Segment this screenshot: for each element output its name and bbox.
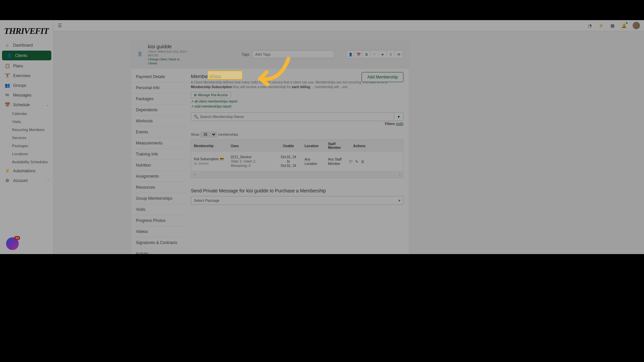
- tab-videos[interactable]: Videos: [131, 226, 185, 237]
- client-links: Change Client / Back to Clients: [148, 58, 189, 65]
- tab-workouts[interactable]: Workouts: [131, 116, 185, 127]
- nav-label: Groups: [13, 83, 26, 88]
- calendar-action-icon[interactable]: 📅: [355, 50, 363, 58]
- membership-search-input[interactable]: [191, 112, 394, 121]
- chat-badge: 33: [14, 236, 20, 240]
- all-memberships-report-link[interactable]: ↗ all client memberships report: [191, 100, 404, 103]
- pager-next[interactable]: ›: [399, 172, 400, 176]
- membership-name: Kisi Subscription: [194, 157, 219, 161]
- tab-activity[interactable]: Activity: [131, 248, 185, 254]
- search-icon: 🔍: [194, 114, 199, 119]
- nav-label: Account: [13, 178, 28, 183]
- filters-edit-link[interactable]: (edit): [396, 122, 404, 126]
- clipboard-icon: 📋: [5, 63, 10, 68]
- tags-label: Tags:: [241, 52, 250, 56]
- tab-group-memberships[interactable]: Group Memberships: [131, 193, 185, 204]
- manage-kisi-button[interactable]: ✿ Manage Kisi Access: [191, 92, 231, 98]
- file-action-icon[interactable]: 🗎: [363, 50, 371, 58]
- col-uses: Uses: [228, 142, 275, 150]
- nav-clients[interactable]: 👤 Clients: [2, 51, 51, 60]
- col-location: Location: [302, 142, 325, 150]
- send-message-title: Send Private Message for kisi guidde to …: [191, 188, 404, 193]
- nav-sub-availability[interactable]: Availability Schedules: [0, 158, 53, 166]
- nav-sub-calendar[interactable]: Calendar: [0, 110, 53, 118]
- tab-visits[interactable]: Visits: [131, 204, 185, 215]
- tab-progress-photos[interactable]: Progress Photos: [131, 215, 185, 226]
- nav-sub-visits[interactable]: Visits: [0, 118, 53, 126]
- tab-personal-info[interactable]: Personal Info: [131, 82, 185, 94]
- change-client-link[interactable]: Change Client: [148, 58, 167, 61]
- bell-icon[interactable]: 🔔: [621, 23, 627, 28]
- client-side-tabs: Payment Details Personal Info Packages D…: [131, 69, 185, 254]
- nav-plans[interactable]: 📋 Plans: [0, 61, 53, 71]
- show-select[interactable]: 25: [201, 132, 217, 137]
- tab-signatures[interactable]: Signatures & Contracts: [131, 237, 185, 248]
- row-staff: Any Staff Member: [325, 154, 351, 169]
- nav-groups[interactable]: 👥 Groups: [0, 80, 53, 90]
- header-actions: 👤 📅 🗎 ♡ ★ ⇪ ✉: [346, 50, 403, 58]
- user-icon: 👤: [7, 53, 12, 58]
- nav-sub-recurring[interactable]: Recurring Members: [0, 126, 53, 134]
- gear-icon: ✿: [194, 93, 197, 97]
- person-action-icon[interactable]: 👤: [346, 50, 355, 58]
- calendar-icon: 📅: [5, 102, 10, 107]
- nav-schedule[interactable]: 📅 Schedule ⌄: [0, 100, 53, 110]
- col-staff: Staff Member: [325, 140, 351, 152]
- memberships-panel: Add Membership Memberships A Client Memb…: [185, 69, 409, 254]
- tab-events[interactable]: Events: [131, 127, 185, 138]
- table-row: Kisi Subscription 💳 ID: 269040 0121_Serv…: [191, 152, 403, 171]
- show-pre: Show: [191, 133, 199, 136]
- star-action-icon[interactable]: ★: [379, 50, 387, 58]
- show-post: memberships: [218, 133, 238, 136]
- tab-resources[interactable]: Resources: [131, 182, 185, 193]
- membership-id: ID: 269040: [194, 162, 209, 165]
- client-header: 👤 kisi guidde Client / Billed (Oct 2nd, …: [131, 40, 409, 69]
- usable-range: Oct 01, 24 to Oct 01, 24: [275, 152, 302, 171]
- nav-label: Messages: [13, 93, 32, 98]
- nav-dashboard[interactable]: ⌂ Dashboard: [0, 40, 53, 50]
- dumbbell-icon: 🏋: [5, 73, 10, 78]
- nav-sub-locations[interactable]: Locations: [0, 150, 53, 158]
- filter-button[interactable]: ▾: [394, 112, 404, 121]
- topbar: ☰ ◔ ⚡ ▦ 🔔: [54, 20, 644, 31]
- tab-nutrition[interactable]: Nutrition: [131, 160, 185, 171]
- chevron-down-icon: ⌄: [46, 103, 49, 107]
- hamburger-icon[interactable]: ☰: [58, 23, 62, 28]
- heart-action-icon[interactable]: ♡: [371, 50, 379, 58]
- edit-icon[interactable]: ✎: [355, 159, 358, 164]
- chat-widget[interactable]: 33: [6, 237, 19, 250]
- nav-sub-services[interactable]: Services: [0, 134, 53, 142]
- nav-label: Exercises: [13, 73, 31, 78]
- add-membership-button[interactable]: Add Membership: [362, 72, 404, 82]
- user-avatar[interactable]: [633, 22, 640, 29]
- nav-label: Dashboard: [13, 43, 33, 48]
- logo: THRIVEFIT: [0, 20, 53, 40]
- tab-assignments[interactable]: Assignments: [131, 171, 185, 182]
- grid-icon[interactable]: ▦: [610, 23, 615, 28]
- mail-action-icon[interactable]: ✉: [395, 50, 403, 58]
- tab-training-info[interactable]: Training Info: [131, 149, 185, 160]
- filters-line: Filters (edit): [191, 122, 404, 126]
- timer-icon[interactable]: ◔: [587, 23, 592, 28]
- shield-icon[interactable]: 🛡: [349, 159, 353, 164]
- package-select-label: Select Package: [194, 198, 219, 202]
- pager-prev[interactable]: ‹: [194, 172, 195, 176]
- nav-sub-packages[interactable]: Packages: [0, 142, 53, 150]
- tab-measurements[interactable]: Measurements: [131, 138, 185, 149]
- tags-input[interactable]: [252, 50, 334, 58]
- package-select[interactable]: Select Package ▾: [191, 196, 404, 205]
- tab-packages[interactable]: Packages: [131, 94, 185, 105]
- nav-automations[interactable]: ⚡ Automations: [0, 166, 53, 176]
- uses-service: 0121_Service:: [231, 155, 252, 159]
- chevron-right-icon: ›: [48, 179, 49, 182]
- tab-payment-details[interactable]: Payment Details: [131, 71, 185, 82]
- trash-icon[interactable]: 🗑: [361, 159, 365, 164]
- bolt-icon[interactable]: ⚡: [598, 23, 604, 28]
- home-icon: ⌂: [5, 43, 10, 48]
- nav-exercises[interactable]: 🏋 Exercises: [0, 71, 53, 80]
- upload-action-icon[interactable]: ⇪: [387, 50, 395, 58]
- nav-account[interactable]: ⚙ Account ›: [0, 176, 53, 185]
- sold-memberships-report-link[interactable]: ↗ sold memberships report: [191, 105, 404, 108]
- nav-messages[interactable]: ✉ Messages: [0, 90, 53, 100]
- tab-dependents[interactable]: Dependents: [131, 105, 185, 116]
